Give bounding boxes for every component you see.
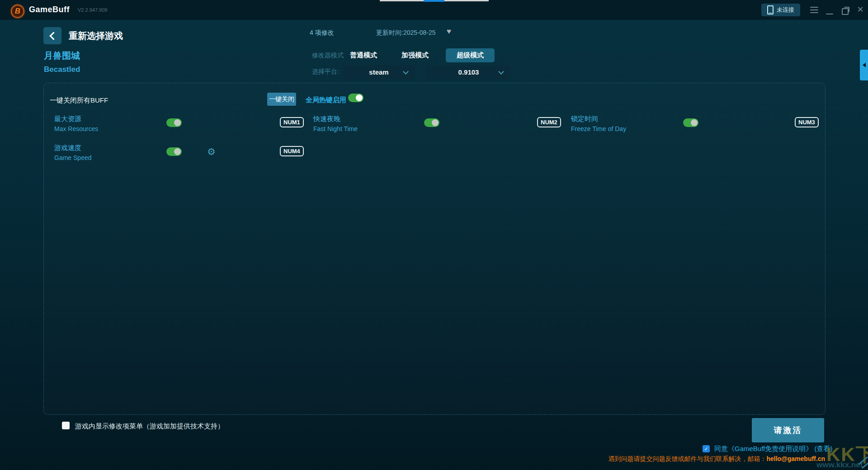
back-button[interactable] xyxy=(43,27,61,44)
version-value: 0.9103 xyxy=(458,68,479,76)
phone-icon xyxy=(767,5,774,14)
background-window-strip-active xyxy=(424,0,444,2)
title-bar: B GameBuff V2.2.947.909 未连接 ✕ xyxy=(0,0,868,20)
minimize-icon xyxy=(826,14,833,14)
watermark-site: www.kkx.net xyxy=(816,461,863,470)
ingame-menu-label: 游戏内显示修改项菜单（游戏加加提供技术支持） xyxy=(75,422,224,431)
connection-status-label: 未连接 xyxy=(777,6,794,14)
back-chevron-icon xyxy=(49,32,57,40)
update-time: 更新时间:2025-08-25 xyxy=(376,29,436,37)
menu-button[interactable] xyxy=(809,5,820,14)
chevron-down-icon xyxy=(498,69,504,75)
check-icon: ✓ xyxy=(704,446,708,452)
toggle-knob xyxy=(174,148,181,155)
close-all-button[interactable]: 一键关闭 xyxy=(267,93,296,106)
minimize-button[interactable] xyxy=(824,9,835,19)
support-contact-line: 遇到问题请提交问题反馈或邮件与我们联系解决，邮箱：hello@gamebuff.… xyxy=(608,455,825,463)
platform-selector-label: 选择平台: xyxy=(312,68,339,76)
activate-button[interactable]: 请激活 xyxy=(752,418,824,442)
toggle-knob xyxy=(432,119,439,126)
page-title: 重新选择游戏 xyxy=(69,30,123,42)
chevron-down-icon xyxy=(403,69,409,75)
close-button[interactable]: ✕ xyxy=(855,5,866,14)
cheat-toggle[interactable] xyxy=(683,118,698,127)
agreement-checkbox[interactable]: ✓ xyxy=(703,445,710,452)
close-icon: ✕ xyxy=(857,5,863,14)
toggle-knob xyxy=(174,119,181,126)
buff-panel xyxy=(43,83,826,415)
toggle-knob xyxy=(356,94,363,101)
mode-options: 普通模式加强模式超级模式 xyxy=(343,48,495,62)
agreement-label: 同意《GameBuff免责使用说明》 xyxy=(714,445,812,452)
cheat-toggle[interactable] xyxy=(166,118,182,127)
close-all-buff-label: 一键关闭所有BUFF xyxy=(50,96,108,105)
agreement-text[interactable]: 同意《GameBuff免责使用说明》 (查看) xyxy=(714,445,832,453)
heart-icon[interactable]: ♥ xyxy=(447,27,451,36)
mode-selector-label: 修改器模式 xyxy=(312,52,344,60)
mode-option-0[interactable]: 普通模式 xyxy=(343,48,384,62)
app-name: GameBuff xyxy=(29,5,70,14)
maximize-button[interactable] xyxy=(840,7,850,16)
left-arrow-icon xyxy=(863,63,866,67)
restore-icon xyxy=(842,8,849,15)
cheat-toggle[interactable] xyxy=(424,118,439,127)
ingame-menu-checkbox[interactable] xyxy=(62,422,70,429)
game-title-zh: 月兽围城 xyxy=(44,50,80,62)
global-hotkey-toggle[interactable] xyxy=(348,94,363,102)
connection-status-button[interactable]: 未连接 xyxy=(761,4,800,16)
app-version: V2.2.947.909 xyxy=(78,7,107,13)
platform-dropdown[interactable]: steam xyxy=(343,65,415,79)
global-hotkey-label: 全局热键启用 xyxy=(306,96,346,104)
mode-option-1[interactable]: 加强模式 xyxy=(394,48,436,62)
mode-option-2[interactable]: 超级模式 xyxy=(446,48,495,62)
gear-icon[interactable]: ⚙ xyxy=(207,147,216,156)
gamebuff-window: B GameBuff V2.2.947.909 未连接 ✕ 重新选择游戏 4 项… xyxy=(0,0,868,470)
side-panel-tab[interactable] xyxy=(860,50,868,80)
toggle-knob xyxy=(691,119,698,126)
gamebuff-logo-icon: B xyxy=(11,5,24,18)
mods-count: 4 项修改 xyxy=(310,29,334,37)
cheat-toggle[interactable] xyxy=(166,147,182,156)
hamburger-icon xyxy=(810,7,818,13)
platform-value: steam xyxy=(369,68,388,76)
support-text: 遇到问题请提交问题反馈或邮件与我们联系解决，邮箱： xyxy=(608,455,766,462)
game-title-en: Becastled xyxy=(44,65,80,74)
version-dropdown[interactable]: 0.9103 xyxy=(427,65,510,79)
